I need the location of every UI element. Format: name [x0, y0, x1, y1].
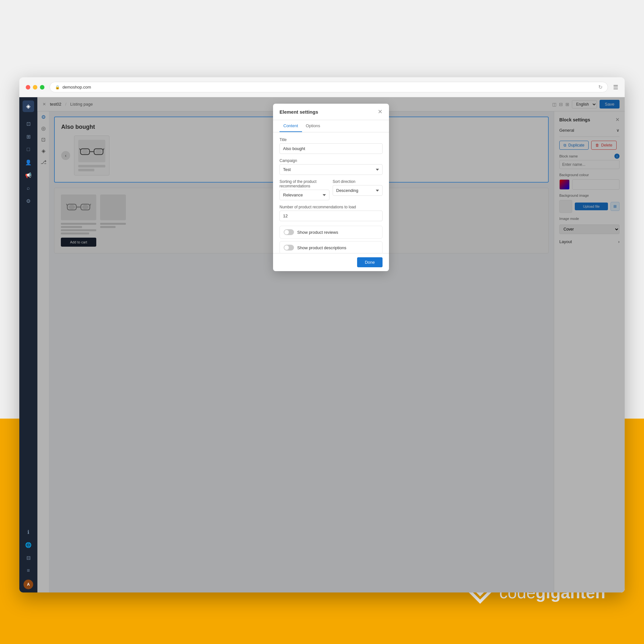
campaign-select[interactable]: Test	[279, 164, 383, 175]
sort-dir-field-group: Sort direction Descending	[333, 179, 383, 200]
toggle-reviews: Show product reviews	[279, 226, 383, 239]
sidebar-item-cart[interactable]: ⊟	[23, 552, 34, 563]
maximize-button[interactable]	[40, 85, 44, 90]
title-field-label: Title	[279, 137, 383, 142]
load-count-field-group: Number of product recommendations to loa…	[279, 205, 383, 221]
modal-body: Title Campaign Test	[273, 132, 389, 253]
toggle-reviews-label: Show product reviews	[297, 230, 338, 235]
traffic-lights	[26, 85, 44, 90]
avatar[interactable]: A	[24, 580, 33, 589]
sort-row: Sorting of the product recommendations R…	[279, 179, 383, 205]
sidebar-item-grid[interactable]: ⊞	[23, 131, 34, 142]
campaign-field-group: Campaign Test	[279, 158, 383, 175]
done-button[interactable]: Done	[357, 257, 383, 267]
sidebar-item-menu[interactable]: ≡	[23, 565, 34, 576]
minimize-button[interactable]	[33, 85, 37, 90]
sort-dir-label: Sort direction	[333, 179, 383, 184]
sort-select[interactable]: Relevance	[279, 190, 329, 200]
main-content: ✕ test02 / Listing page ◫ ⊟ ⊞ English Sa…	[37, 97, 625, 592]
sidebar-item-box[interactable]: □	[23, 144, 34, 155]
tab-content[interactable]: Content	[279, 120, 302, 132]
sidebar-item-globe[interactable]: 🌐	[23, 539, 34, 551]
address-text: demoshop.com	[62, 85, 91, 90]
sort-dir-select[interactable]: Descending	[333, 185, 383, 196]
sidebar-item-dashboard[interactable]: ⊡	[23, 118, 34, 129]
sidebar-item-campaign[interactable]: 📢	[23, 169, 34, 181]
modal-footer: Done	[273, 253, 389, 271]
modal-tabs: Content Options	[273, 120, 389, 132]
sort-field-group: Sorting of the product recommendations R…	[279, 179, 329, 200]
tab-options[interactable]: Options	[302, 120, 324, 132]
title-input[interactable]	[279, 143, 383, 154]
load-count-label: Number of product recommendations to loa…	[279, 205, 383, 209]
sort-label: Sorting of the product recommendations	[279, 179, 329, 188]
modal-overlay: Element settings ✕ Content Options Title	[37, 97, 625, 592]
element-settings-modal: Element settings ✕ Content Options Title	[273, 104, 389, 271]
lock-icon: 🔒	[55, 85, 60, 90]
browser-window: 🔒 demoshop.com ↻ ☰ ◈ ⊡ ⊞ □ 👤 📢 ⌕ ⚙ ℹ 🌐 ⊟…	[19, 77, 625, 592]
refresh-icon[interactable]: ↻	[598, 84, 602, 90]
modal-header: Element settings ✕	[273, 104, 389, 120]
toggle-descriptions: Show product descriptions	[279, 241, 383, 253]
modal-close-button[interactable]: ✕	[378, 109, 383, 115]
toggle-descriptions-label: Show product descriptions	[297, 245, 346, 250]
app-layout: ◈ ⊡ ⊞ □ 👤 📢 ⌕ ⚙ ℹ 🌐 ⊟ ≡ A ✕ test02 / Lis…	[19, 97, 625, 592]
toggle-reviews-switch[interactable]	[284, 229, 294, 235]
campaign-field-label: Campaign	[279, 158, 383, 163]
sidebar-logo[interactable]: ◈	[23, 100, 34, 112]
logo-icon: ◈	[26, 103, 31, 110]
title-field-group: Title	[279, 137, 383, 154]
address-bar[interactable]: 🔒 demoshop.com ↻	[50, 82, 608, 92]
close-button[interactable]	[26, 85, 30, 90]
sidebar-item-info[interactable]: ℹ	[23, 526, 34, 538]
browser-menu-icon[interactable]: ☰	[613, 84, 618, 91]
browser-chrome: 🔒 demoshop.com ↻ ☰	[19, 77, 625, 97]
toggle-descriptions-switch[interactable]	[284, 245, 294, 251]
load-count-input[interactable]	[279, 211, 383, 221]
sidebar-item-search[interactable]: ⌕	[23, 182, 34, 194]
sidebar-item-users[interactable]: 👤	[23, 156, 34, 168]
modal-title: Element settings	[279, 109, 318, 115]
sidebar: ◈ ⊡ ⊞ □ 👤 📢 ⌕ ⚙ ℹ 🌐 ⊟ ≡ A	[19, 97, 37, 592]
sidebar-item-settings[interactable]: ⚙	[23, 195, 34, 207]
